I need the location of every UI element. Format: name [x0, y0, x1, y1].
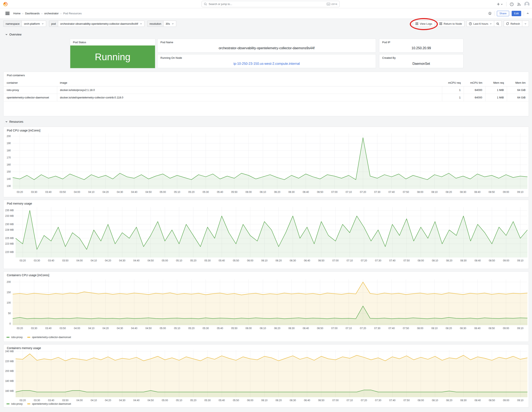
- overview-section-toggle[interactable]: Overview: [5, 33, 21, 36]
- legend-label: istio-proxy: [11, 336, 23, 339]
- chevron-up-icon[interactable]: [526, 12, 529, 15]
- svg-text:150: 150: [7, 170, 11, 173]
- legend-item[interactable]: istio-proxy: [6, 403, 23, 405]
- svg-text:06:00: 06:00: [247, 399, 253, 402]
- cell-mem-lim: 64 GiB: [507, 86, 528, 94]
- cell-mcpu-lim: 64000: [464, 94, 485, 101]
- svg-text:07:40: 07:40: [388, 191, 395, 193]
- new-button[interactable]: [497, 2, 503, 6]
- svg-text:233 MB: 233 MB: [5, 214, 14, 217]
- svg-text:08:30: 08:30: [460, 399, 466, 402]
- zoom-out-button[interactable]: [494, 21, 502, 27]
- svg-text:05:50: 05:50: [233, 399, 239, 402]
- namespace-label: namespace: [3, 20, 22, 27]
- svg-text:03:20: 03:20: [19, 259, 26, 262]
- star-icon[interactable]: [488, 12, 492, 15]
- svg-text:07:10: 07:10: [347, 399, 353, 402]
- svg-text:08:30: 08:30: [460, 259, 466, 262]
- namespace-select[interactable]: orch-platform: [22, 20, 46, 27]
- svg-text:08:40: 08:40: [475, 259, 481, 262]
- chevron-down-icon: [140, 23, 142, 25]
- search-shortcut: ctrl+k: [327, 3, 337, 6]
- svg-text:06:10: 06:10: [261, 259, 267, 262]
- breadcrumb: Home› Dashboards› orchestrator› Pod Reso…: [13, 12, 82, 15]
- svg-text:07:40: 07:40: [389, 399, 395, 402]
- svg-text:03:50: 03:50: [62, 259, 68, 262]
- svg-text:04:50: 04:50: [148, 399, 154, 402]
- svg-text:06:00: 06:00: [246, 191, 252, 193]
- svg-text:04:30: 04:30: [117, 327, 123, 330]
- col-mem-lim[interactable]: Mem lim: [507, 79, 528, 86]
- time-range-picker[interactable]: Last 6 hours: [467, 21, 494, 27]
- svg-text:07:40: 07:40: [388, 327, 395, 330]
- svg-text:05:20: 05:20: [190, 259, 196, 262]
- namespace-variable: namespace orch-platform: [3, 20, 46, 27]
- legend-item[interactable]: opentelemetry-collector-daemonset: [27, 336, 71, 339]
- col-container[interactable]: container: [4, 79, 57, 86]
- containers-memory-chart[interactable]: 03:2003:3003:4003:5004:0004:1004:2004:30…: [4, 350, 529, 403]
- col-mcpu-req[interactable]: mCPU req: [442, 79, 464, 86]
- edit-button[interactable]: Edit: [512, 11, 521, 16]
- svg-text:08:40: 08:40: [474, 327, 480, 330]
- col-mem-req[interactable]: Mem req: [485, 79, 507, 86]
- svg-text:07:50: 07:50: [403, 327, 409, 330]
- avatar[interactable]: [524, 2, 530, 7]
- svg-text:04:30: 04:30: [119, 259, 125, 262]
- svg-text:03:40: 03:40: [48, 399, 54, 402]
- top-nav: Search or jump to... ctrl+k ?: [0, 0, 532, 8]
- search-input[interactable]: Search or jump to... ctrl+k: [202, 1, 340, 7]
- svg-text:07:30: 07:30: [375, 259, 381, 262]
- svg-text:06:40: 06:40: [304, 399, 310, 402]
- legend-item[interactable]: istio-proxy: [6, 336, 23, 339]
- panel-title: Pod Status: [73, 41, 86, 44]
- pod-memory-chart[interactable]: 03:2003:3003:4003:5004:0004:1004:2004:30…: [4, 207, 529, 263]
- chevron-down-icon: [172, 23, 174, 25]
- breadcrumb-dashboards[interactable]: Dashboards: [25, 12, 40, 15]
- created-by-panel: Created By DaemonSet: [379, 54, 463, 68]
- svg-text:05:00: 05:00: [162, 259, 168, 262]
- refresh-button[interactable]: Refresh: [504, 21, 522, 27]
- svg-text:08:30: 08:30: [460, 191, 466, 193]
- svg-text:06:10: 06:10: [260, 191, 266, 193]
- resources-section-toggle[interactable]: Resources: [5, 120, 23, 123]
- containers-cpu-chart[interactable]: 03:2003:3003:4003:5004:0004:1004:2004:30…: [4, 280, 529, 331]
- chevron-down-icon: [5, 33, 8, 36]
- svg-text:09:00: 09:00: [503, 327, 509, 330]
- news-button[interactable]: [517, 2, 521, 6]
- resolution-select[interactable]: 30s: [163, 20, 176, 27]
- cell-mcpu-req: 1: [442, 94, 464, 101]
- share-button[interactable]: Share: [497, 11, 509, 16]
- col-image[interactable]: image: [57, 79, 442, 86]
- svg-text:05:20: 05:20: [188, 327, 195, 330]
- view-logs-button[interactable]: View Logs: [413, 20, 435, 27]
- pod-select[interactable]: orchestrator-observability-opentelemetry…: [58, 20, 144, 27]
- pod-cpu-chart[interactable]: 03:2003:3003:4003:5004:0004:1004:2004:30…: [4, 134, 529, 195]
- svg-text:04:10: 04:10: [91, 259, 97, 262]
- breadcrumb-current: Pod Resources: [63, 12, 82, 15]
- chevron-down-icon: [490, 23, 492, 25]
- svg-text:03:50: 03:50: [62, 399, 68, 402]
- legend-item[interactable]: opentelemetry-collector-daemonset: [27, 403, 71, 405]
- table-row: istio-proxy docker.io/istio/proxyv2:1.18…: [4, 86, 528, 94]
- apps-icon: [415, 22, 418, 25]
- svg-text:03:40: 03:40: [45, 327, 52, 330]
- svg-text:04:00: 04:00: [76, 399, 83, 402]
- breadcrumb-home[interactable]: Home: [13, 12, 20, 15]
- pod-name-panel: Pod Name orchestrator-observability-open…: [157, 39, 376, 53]
- col-mcpu-lim[interactable]: mCPU lim: [464, 79, 485, 86]
- help-button[interactable]: ?: [510, 2, 514, 6]
- cell-mem-req: 1 MiB: [485, 86, 507, 94]
- svg-text:08:20: 08:20: [446, 399, 452, 402]
- pod-variable: pod orchestrator-observability-opentelem…: [49, 20, 144, 27]
- breadcrumb-orchestrator[interactable]: orchestrator: [44, 12, 59, 15]
- svg-text:05:50: 05:50: [231, 191, 237, 193]
- svg-text:05:40: 05:40: [218, 399, 225, 402]
- return-to-node-button[interactable]: Return to Node: [437, 20, 465, 27]
- grafana-logo[interactable]: [3, 2, 8, 7]
- refresh-interval-dropdown[interactable]: [522, 21, 529, 27]
- pod-name-value: orchestrator-observability-opentelemetry…: [158, 46, 376, 50]
- node-link[interactable]: ip-10-250-23-150.us-west-2.compute.inter…: [158, 62, 376, 66]
- svg-text:07:30: 07:30: [375, 399, 381, 402]
- svg-text:180: 180: [7, 149, 11, 152]
- menu-toggle-icon[interactable]: [5, 11, 10, 16]
